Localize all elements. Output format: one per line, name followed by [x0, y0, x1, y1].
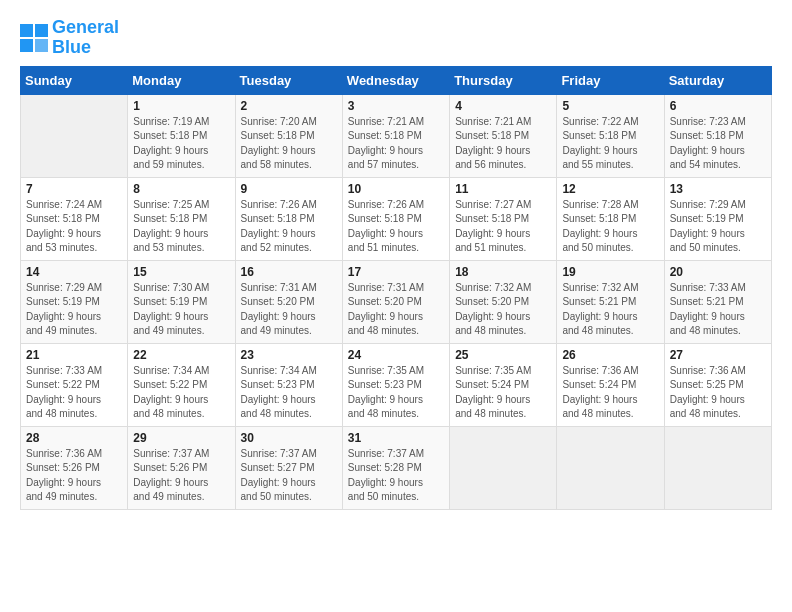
calendar-cell: 26Sunrise: 7:36 AMSunset: 5:24 PMDayligh…: [557, 343, 664, 426]
calendar-week-1: 1Sunrise: 7:19 AMSunset: 5:18 PMDaylight…: [21, 94, 772, 177]
calendar-cell: 22Sunrise: 7:34 AMSunset: 5:22 PMDayligh…: [128, 343, 235, 426]
day-info: Sunrise: 7:35 AMSunset: 5:24 PMDaylight:…: [455, 364, 551, 422]
day-info: Sunrise: 7:37 AMSunset: 5:26 PMDaylight:…: [133, 447, 229, 505]
calendar-cell: 9Sunrise: 7:26 AMSunset: 5:18 PMDaylight…: [235, 177, 342, 260]
day-number: 6: [670, 99, 766, 113]
header-sunday: Sunday: [21, 66, 128, 94]
calendar-cell: 17Sunrise: 7:31 AMSunset: 5:20 PMDayligh…: [342, 260, 449, 343]
calendar-cell: [664, 426, 771, 509]
day-info: Sunrise: 7:33 AMSunset: 5:21 PMDaylight:…: [670, 281, 766, 339]
logo-blue: Blue: [52, 37, 91, 57]
calendar-table: SundayMondayTuesdayWednesdayThursdayFrid…: [20, 66, 772, 510]
day-info: Sunrise: 7:25 AMSunset: 5:18 PMDaylight:…: [133, 198, 229, 256]
day-info: Sunrise: 7:22 AMSunset: 5:18 PMDaylight:…: [562, 115, 658, 173]
day-number: 30: [241, 431, 337, 445]
calendar-cell: 3Sunrise: 7:21 AMSunset: 5:18 PMDaylight…: [342, 94, 449, 177]
logo-icon: [20, 24, 48, 52]
day-info: Sunrise: 7:21 AMSunset: 5:18 PMDaylight:…: [348, 115, 444, 173]
calendar-cell: 11Sunrise: 7:27 AMSunset: 5:18 PMDayligh…: [450, 177, 557, 260]
calendar-cell: 29Sunrise: 7:37 AMSunset: 5:26 PMDayligh…: [128, 426, 235, 509]
day-info: Sunrise: 7:24 AMSunset: 5:18 PMDaylight:…: [26, 198, 122, 256]
day-number: 29: [133, 431, 229, 445]
day-number: 13: [670, 182, 766, 196]
calendar-week-4: 21Sunrise: 7:33 AMSunset: 5:22 PMDayligh…: [21, 343, 772, 426]
calendar-cell: 1Sunrise: 7:19 AMSunset: 5:18 PMDaylight…: [128, 94, 235, 177]
day-info: Sunrise: 7:34 AMSunset: 5:22 PMDaylight:…: [133, 364, 229, 422]
calendar-cell: [557, 426, 664, 509]
calendar-cell: 7Sunrise: 7:24 AMSunset: 5:18 PMDaylight…: [21, 177, 128, 260]
calendar-cell: 13Sunrise: 7:29 AMSunset: 5:19 PMDayligh…: [664, 177, 771, 260]
day-info: Sunrise: 7:36 AMSunset: 5:26 PMDaylight:…: [26, 447, 122, 505]
day-info: Sunrise: 7:34 AMSunset: 5:23 PMDaylight:…: [241, 364, 337, 422]
svg-rect-2: [20, 39, 33, 52]
day-info: Sunrise: 7:19 AMSunset: 5:18 PMDaylight:…: [133, 115, 229, 173]
logo: General Blue: [20, 18, 119, 58]
day-number: 14: [26, 265, 122, 279]
day-info: Sunrise: 7:31 AMSunset: 5:20 PMDaylight:…: [241, 281, 337, 339]
day-info: Sunrise: 7:26 AMSunset: 5:18 PMDaylight:…: [241, 198, 337, 256]
svg-rect-4: [35, 39, 48, 52]
day-number: 19: [562, 265, 658, 279]
calendar-cell: 14Sunrise: 7:29 AMSunset: 5:19 PMDayligh…: [21, 260, 128, 343]
calendar-cell: 19Sunrise: 7:32 AMSunset: 5:21 PMDayligh…: [557, 260, 664, 343]
day-number: 1: [133, 99, 229, 113]
header-wednesday: Wednesday: [342, 66, 449, 94]
day-number: 12: [562, 182, 658, 196]
header-friday: Friday: [557, 66, 664, 94]
day-info: Sunrise: 7:30 AMSunset: 5:19 PMDaylight:…: [133, 281, 229, 339]
day-info: Sunrise: 7:28 AMSunset: 5:18 PMDaylight:…: [562, 198, 658, 256]
calendar-cell: 16Sunrise: 7:31 AMSunset: 5:20 PMDayligh…: [235, 260, 342, 343]
day-number: 15: [133, 265, 229, 279]
page: General Blue SundayMondayTuesdayWednesda…: [0, 0, 792, 520]
day-info: Sunrise: 7:29 AMSunset: 5:19 PMDaylight:…: [670, 198, 766, 256]
day-info: Sunrise: 7:37 AMSunset: 5:27 PMDaylight:…: [241, 447, 337, 505]
calendar-cell: 15Sunrise: 7:30 AMSunset: 5:19 PMDayligh…: [128, 260, 235, 343]
day-info: Sunrise: 7:27 AMSunset: 5:18 PMDaylight:…: [455, 198, 551, 256]
calendar-cell: 20Sunrise: 7:33 AMSunset: 5:21 PMDayligh…: [664, 260, 771, 343]
calendar-cell: [450, 426, 557, 509]
calendar-header-row: SundayMondayTuesdayWednesdayThursdayFrid…: [21, 66, 772, 94]
calendar-cell: 18Sunrise: 7:32 AMSunset: 5:20 PMDayligh…: [450, 260, 557, 343]
calendar-cell: 5Sunrise: 7:22 AMSunset: 5:18 PMDaylight…: [557, 94, 664, 177]
header-monday: Monday: [128, 66, 235, 94]
calendar-cell: 4Sunrise: 7:21 AMSunset: 5:18 PMDaylight…: [450, 94, 557, 177]
day-number: 24: [348, 348, 444, 362]
calendar-week-5: 28Sunrise: 7:36 AMSunset: 5:26 PMDayligh…: [21, 426, 772, 509]
day-info: Sunrise: 7:20 AMSunset: 5:18 PMDaylight:…: [241, 115, 337, 173]
day-number: 2: [241, 99, 337, 113]
calendar-cell: 21Sunrise: 7:33 AMSunset: 5:22 PMDayligh…: [21, 343, 128, 426]
calendar-cell: 30Sunrise: 7:37 AMSunset: 5:27 PMDayligh…: [235, 426, 342, 509]
day-info: Sunrise: 7:26 AMSunset: 5:18 PMDaylight:…: [348, 198, 444, 256]
day-info: Sunrise: 7:36 AMSunset: 5:24 PMDaylight:…: [562, 364, 658, 422]
calendar-cell: 25Sunrise: 7:35 AMSunset: 5:24 PMDayligh…: [450, 343, 557, 426]
day-number: 26: [562, 348, 658, 362]
header: General Blue: [20, 18, 772, 58]
day-info: Sunrise: 7:31 AMSunset: 5:20 PMDaylight:…: [348, 281, 444, 339]
day-number: 3: [348, 99, 444, 113]
day-info: Sunrise: 7:32 AMSunset: 5:20 PMDaylight:…: [455, 281, 551, 339]
calendar-cell: 8Sunrise: 7:25 AMSunset: 5:18 PMDaylight…: [128, 177, 235, 260]
day-number: 27: [670, 348, 766, 362]
day-info: Sunrise: 7:21 AMSunset: 5:18 PMDaylight:…: [455, 115, 551, 173]
calendar-cell: 24Sunrise: 7:35 AMSunset: 5:23 PMDayligh…: [342, 343, 449, 426]
calendar-cell: 6Sunrise: 7:23 AMSunset: 5:18 PMDaylight…: [664, 94, 771, 177]
day-number: 4: [455, 99, 551, 113]
calendar-cell: 23Sunrise: 7:34 AMSunset: 5:23 PMDayligh…: [235, 343, 342, 426]
calendar-cell: [21, 94, 128, 177]
day-info: Sunrise: 7:29 AMSunset: 5:19 PMDaylight:…: [26, 281, 122, 339]
day-number: 21: [26, 348, 122, 362]
day-number: 10: [348, 182, 444, 196]
day-number: 16: [241, 265, 337, 279]
day-number: 22: [133, 348, 229, 362]
day-number: 11: [455, 182, 551, 196]
day-info: Sunrise: 7:23 AMSunset: 5:18 PMDaylight:…: [670, 115, 766, 173]
calendar-week-2: 7Sunrise: 7:24 AMSunset: 5:18 PMDaylight…: [21, 177, 772, 260]
day-number: 17: [348, 265, 444, 279]
day-number: 28: [26, 431, 122, 445]
header-thursday: Thursday: [450, 66, 557, 94]
day-info: Sunrise: 7:37 AMSunset: 5:28 PMDaylight:…: [348, 447, 444, 505]
logo-text: General Blue: [52, 18, 119, 58]
day-number: 9: [241, 182, 337, 196]
calendar-cell: 27Sunrise: 7:36 AMSunset: 5:25 PMDayligh…: [664, 343, 771, 426]
header-tuesday: Tuesday: [235, 66, 342, 94]
